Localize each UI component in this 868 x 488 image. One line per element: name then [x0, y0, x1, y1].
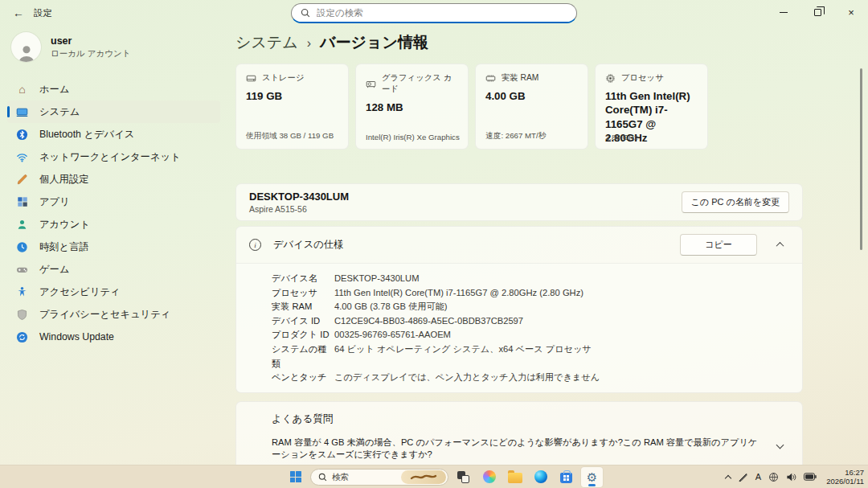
main-content: システム › バージョン情報 ストレージ 119 GB 使用領域 38 GB /…	[227, 26, 868, 465]
card-detail: 速度: 2667 MT/秒	[485, 131, 581, 141]
search-icon	[301, 8, 310, 18]
settings-search-box[interactable]	[291, 3, 577, 23]
sidebar-item-label: 時刻と言語	[39, 240, 89, 254]
file-explorer-button[interactable]	[504, 467, 526, 487]
device-specs-header[interactable]: i デバイスの仕様 コピー	[236, 227, 802, 263]
close-button[interactable]: ×	[834, 0, 868, 24]
settings-search-input[interactable]	[317, 8, 567, 18]
restore-button[interactable]	[800, 0, 834, 24]
card-value: 119 GB	[246, 89, 338, 103]
microsoft-store-button[interactable]	[555, 467, 577, 487]
gamepad-icon	[16, 264, 28, 276]
spec-value: 64 ビット オペレーティング システム、x64 ベース プロセッサ	[334, 342, 592, 371]
shield-icon	[16, 309, 28, 321]
cpu-icon	[605, 73, 616, 84]
sidebar-item-system[interactable]: システム	[7, 100, 220, 123]
spec-label: デバイス名	[272, 272, 334, 286]
folder-icon	[508, 473, 522, 483]
edge-icon	[534, 470, 547, 483]
sidebar-item-accounts[interactable]: アカウント	[7, 213, 220, 236]
sidebar-item-home[interactable]: ⌂ ホーム	[7, 78, 220, 100]
clock-time: 16:27	[826, 468, 864, 478]
card-label: ストレージ	[262, 72, 304, 84]
faq-question[interactable]: RAM 容量が 4 GB 未満の場合、PC のパフォーマンスにどのような影響があ…	[272, 437, 760, 461]
pen-disabled-icon[interactable]	[738, 472, 748, 482]
taskbar-center-icons: ⚙	[285, 465, 603, 488]
user-name: user	[51, 35, 130, 47]
start-button[interactable]	[285, 467, 306, 487]
chevron-down-icon[interactable]	[776, 441, 784, 449]
edge-button[interactable]	[530, 467, 551, 487]
spec-row: プロセッサ11th Gen Intel(R) Core(TM) i7-1165G…	[272, 286, 767, 301]
card-detail: 2.80 GHz	[605, 133, 701, 141]
back-button[interactable]: ←	[8, 3, 29, 23]
ime-mode-indicator[interactable]: A	[755, 472, 761, 482]
taskbar-search-input[interactable]	[332, 472, 396, 482]
sidebar-item-windows-update[interactable]: Windows Update	[7, 326, 220, 348]
sidebar-item-label: 個人用設定	[39, 173, 88, 187]
spec-value: C12CE9C4-BB03-4869-A5EC-0BDB37CB2597	[334, 314, 523, 329]
vertical-scrollbar[interactable]	[860, 68, 862, 250]
back-arrow-icon: ←	[13, 6, 24, 19]
settings-app-button[interactable]: ⚙	[581, 467, 603, 487]
sidebar-item-apps[interactable]: アプリ	[7, 191, 220, 213]
sidebar-item-privacy-security[interactable]: プライバシーとセキュリティ	[7, 303, 220, 326]
sidebar-item-label: プライバシーとセキュリティ	[39, 308, 170, 322]
spec-row: 実装 RAM4.00 GB (3.78 GB 使用可能)	[272, 300, 767, 314]
minimize-button[interactable]	[767, 0, 800, 24]
device-name: DESKTOP-3430LUM	[249, 191, 349, 203]
search-icon	[318, 473, 327, 482]
device-specs-section: i デバイスの仕様 コピー デバイス名DESKTOP-3430LUM プロセッサ…	[235, 226, 803, 393]
breadcrumb-separator: ›	[307, 35, 311, 51]
breadcrumb-system[interactable]: システム	[235, 32, 298, 53]
summary-cards: ストレージ 119 GB 使用領域 38 GB / 119 GB グラフィックス…	[235, 64, 803, 150]
sidebar-item-personalization[interactable]: 個人用設定	[7, 168, 220, 191]
sidebar-item-label: システム	[39, 105, 80, 119]
spec-row: デバイス名DESKTOP-3430LUM	[272, 272, 767, 286]
spec-value: DESKTOP-3430LUM	[334, 272, 420, 286]
sidebar-item-time-language[interactable]: 時刻と言語	[7, 236, 220, 258]
sidebar-item-label: アプリ	[39, 195, 70, 209]
sidebar-item-gaming[interactable]: ゲーム	[7, 258, 220, 281]
hidden-icons-chevron[interactable]	[725, 474, 731, 481]
card-label: 実装 RAM	[502, 72, 538, 84]
copilot-button[interactable]	[478, 467, 500, 487]
task-view-button[interactable]	[452, 467, 474, 487]
spec-row: ペンとタッチこのディスプレイでは、ペン入力とタッチ入力は利用できません	[272, 371, 767, 385]
sidebar-item-label: ネットワークとインターネット	[39, 150, 181, 164]
user-account-block[interactable]: user ローカル アカウント	[0, 26, 227, 78]
card-value: 128 MB	[366, 100, 458, 114]
globe-icon[interactable]	[768, 472, 779, 482]
spec-value: 00325-96769-65761-AAOEM	[334, 328, 451, 342]
windows-logo-icon	[290, 471, 301, 482]
sidebar-item-network-internet[interactable]: ネットワークとインターネット	[7, 146, 220, 168]
sidebar-item-accessibility[interactable]: アクセシビリティ	[7, 281, 220, 303]
active-app-indicator	[588, 484, 596, 486]
processor-card: プロセッサ 11th Gen Intel(R) Core(TM) i7-1165…	[595, 64, 708, 150]
ram-card: 実装 RAM 4.00 GB 速度: 2667 MT/秒	[475, 64, 588, 150]
chevron-up-icon[interactable]	[776, 242, 784, 250]
titlebar: ← 設定 ×	[0, 0, 868, 26]
copy-button[interactable]: コピー	[680, 234, 757, 256]
copilot-icon	[483, 470, 496, 483]
taskbar-clock[interactable]: 16:27 2026/01/11	[826, 468, 864, 486]
storage-icon	[246, 73, 256, 84]
spec-label: システムの種類	[272, 342, 334, 371]
device-model: Aspire A515-56	[249, 204, 349, 214]
sidebar-item-label: Windows Update	[39, 331, 114, 342]
battery-icon[interactable]	[804, 473, 817, 481]
sidebar: user ローカル アカウント ⌂ ホーム システム Bluetooth とデバ…	[0, 26, 227, 465]
rename-pc-button[interactable]: この PC の名前を変更	[682, 191, 789, 213]
sidebar-item-bluetooth-devices[interactable]: Bluetooth とデバイス	[7, 123, 220, 146]
spec-label: 実装 RAM	[272, 300, 334, 314]
taskbar-search-box[interactable]	[310, 469, 448, 486]
app-title: 設定	[34, 7, 52, 19]
brush-icon	[16, 174, 28, 186]
spec-value: このディスプレイでは、ペン入力とタッチ入力は利用できません	[334, 371, 600, 385]
volume-icon[interactable]	[786, 472, 796, 482]
card-detail: Intel(R) Iris(R) Xe Graphics	[366, 133, 461, 141]
search-highlight-image[interactable]	[401, 470, 446, 484]
close-icon: ×	[848, 6, 854, 18]
sidebar-item-label: Bluetooth とデバイス	[39, 128, 134, 141]
home-icon: ⌂	[16, 84, 28, 96]
